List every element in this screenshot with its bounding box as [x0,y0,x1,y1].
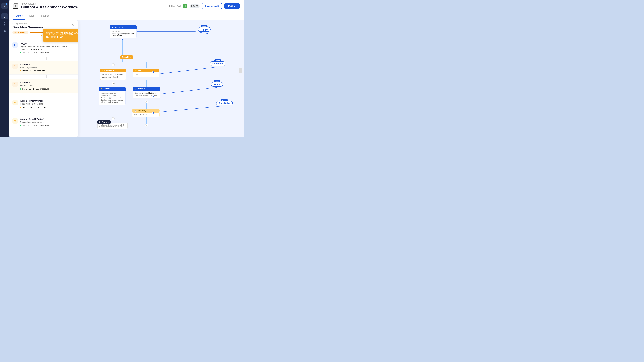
panel-header: 24 Sep 2022 15:46 Brooklyn Simmons IN PR… [9,20,78,36]
action2-header: ⚡ Action 2 [133,87,160,91]
timedelay-node[interactable]: 🕐 Time delay 1 Wait for 5 minutes [132,109,160,117]
connector-dot-2 [152,71,154,73]
chevron-icon-0: › [74,43,74,45]
trigger-play-icon: ▶ [112,26,113,28]
flag-icon-1: ⚑ [99,121,100,123]
plus-button-3[interactable]: + [145,100,148,103]
svg-point-20 [15,66,16,66]
avatar: E [183,4,188,8]
notification-dot [6,3,7,5]
action1-header: ⚡ Action 1 ⋯ [99,87,126,91]
dot-chain-3 [15,93,78,97]
node-label-condition: Node Condition [210,61,226,66]
dot-chain-4 [15,111,78,115]
sidebar-icon-chat[interactable] [1,13,8,19]
else-icon: ⚡ [135,69,137,71]
trigger-log-content: Trigger Trigger matched. Contact enrolle… [20,42,71,54]
trigger-body: Triggered by Incoming message received v… [110,29,136,38]
panel-date: 24 Sep 2022 15:46 [12,23,74,25]
dot-chain-1 [15,56,78,60]
scroll-bar-line-2 [239,69,242,70]
connector-dot-1 [121,38,123,40]
tab-editor[interactable]: Editor [13,12,25,20]
action2-log-content: Action - {typeOfAction} Ran action - {ac… [20,118,71,126]
node-label-action: Node Action [211,82,223,87]
action1-menu-icon[interactable]: ⋯ [122,88,124,90]
node-label-trigger: Node Trigger [198,27,211,32]
action1-log-content: Action - {typeOfAction} Run action - {ac… [20,99,71,108]
close-button[interactable]: ✕ [70,22,75,27]
trigger-log-icon [12,42,18,48]
header: FLOW BUILDER Chatbot & Assignment Workfl… [9,0,244,12]
save-draft-button[interactable]: Save as draft [202,3,222,9]
left-panel: 24 Sep 2022 15:46 Brooklyn Simmons IN PR… [9,20,78,137]
svg-line-16 [160,67,220,74]
plus-button-5[interactable]: + [145,124,148,127]
scroll-bar-line-3 [239,70,242,71]
sidebar-icon-inbox[interactable] [1,21,8,27]
condition2-log-icon [12,82,18,87]
tab-settings[interactable]: Settings [38,12,52,20]
plus-button-2[interactable]: + [112,82,114,85]
back-button[interactable] [13,3,18,9]
log-item-condition-2[interactable]: Condition Fell into branch Completed | 2… [9,79,78,93]
condition1-log-icon [12,63,18,69]
plus-button-4[interactable]: + [112,117,114,120]
condition4-body: If Contact property - Contact Owner does… [100,72,126,80]
action2-body: Assign to specific team Customer Support… [133,91,160,98]
sidebar-icon-contacts[interactable] [1,28,8,35]
trigger-header: ▶ Start point [110,25,136,29]
log-item-action-2[interactable]: Action - {typeOfAction} Ran action - {ac… [9,115,78,129]
tooltip-bubble: 當聯絡人滿足流程觸發條件時，就會執行自動化流程。 [42,29,78,42]
svg-marker-22 [14,102,16,104]
condition4-header: ⚡ Condition 4 [100,69,126,72]
edited-text: Edited 17 Jul [169,5,181,7]
main-area: FLOW BUILDER Chatbot & Assignment Workfl… [9,0,244,137]
action2-log-icon [12,118,18,123]
condition4-node[interactable]: ⚡ Condition 4 If Contact property - Cont… [100,69,126,80]
chevron-icon-3: › [74,100,74,103]
else-node[interactable]: ⚡ Else Else [133,69,159,77]
chevron-icon-4: › [74,118,74,121]
status-dot-3 [20,107,21,108]
scroll-hint [239,68,242,73]
node-label-timedelay: Node Time Delay [216,101,233,105]
log-item-condition-1[interactable]: Condition Validating condition Started |… [9,60,78,75]
status-dot-2 [20,88,21,90]
publish-button[interactable]: Publish [224,3,240,8]
svg-line-17 [161,87,217,94]
svg-marker-19 [14,44,16,46]
trigger-node[interactable]: ▶ Start point Triggered by Incoming mess… [110,25,136,38]
svg-point-1 [4,30,5,32]
status-dot-0 [20,52,21,53]
else-header: ⚡ Else [133,69,159,72]
svg-line-18 [161,106,224,112]
canvas-area: ▶ Start point Triggered by Incoming mess… [9,20,244,137]
svg-point-0 [4,23,5,25]
sidebar: S [0,0,9,137]
draft-badge: DRAFT [190,4,200,8]
plus-button-1[interactable]: + [112,63,114,66]
scroll-bar-line-1 [239,68,242,69]
log-item-trigger[interactable]: Trigger Trigger matched. Contact enrolle… [9,39,78,56]
in-progress-badge: IN PROGRESS [12,31,28,34]
action1-node[interactable]: ⚡ Action 1 ⋯ Send Message via Incoming c… [99,87,126,105]
action2-node[interactable]: ⚡ Action 2 Assign to specific team Custo… [133,87,160,98]
svg-marker-23 [14,120,16,122]
else-body: Else [133,72,159,77]
page-title: Chatbot & Assignment Workflow [21,5,166,9]
tab-logs[interactable]: Logs [26,12,37,20]
flowend1-node[interactable]: ⚑ Flow end ↗ Jump to The flow can jump t… [98,120,128,129]
connector-dot-4 [152,112,154,114]
header-title-area: FLOW BUILDER Chatbot & Assignment Workfl… [21,3,166,9]
connector-dot-3 [152,95,154,97]
dot-chain-2 [15,75,78,79]
log-item-action-1[interactable]: Action - {typeOfAction} Run action - {ac… [9,97,78,111]
status-dot-4 [20,125,21,126]
action1-body: Send Message via Incoming channel Hello … [99,91,126,105]
action1-icon: ⚡ [100,88,102,90]
sidebar-logo[interactable]: S [1,3,8,9]
condition2-log-content: Condition Fell into branch Completed | 2… [20,81,71,90]
branching-node[interactable]: Branching [120,55,134,59]
flow-builder-label: FLOW BUILDER [21,3,166,5]
